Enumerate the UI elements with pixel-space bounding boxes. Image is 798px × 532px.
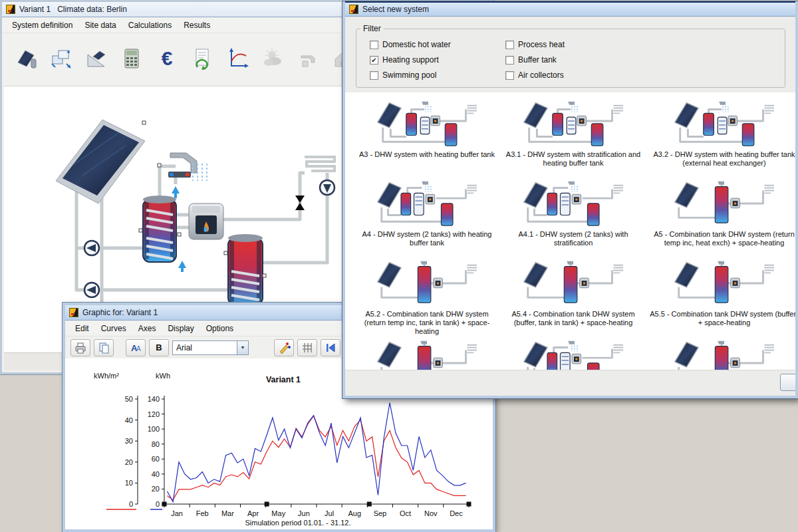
dimension-button[interactable] xyxy=(82,43,111,74)
system-card-a5-2[interactable]: A5.2 - Combination tank DHW system (retu… xyxy=(354,256,499,336)
svg-text:Jun: Jun xyxy=(298,509,310,517)
checkbox-box[interactable] xyxy=(370,71,378,80)
graphic-menu-axes[interactable]: Axes xyxy=(134,322,161,335)
tsol-logo-icon xyxy=(6,5,15,14)
main-menu-system-definition[interactable]: System definition xyxy=(7,19,77,32)
svg-text:Nov: Nov xyxy=(424,509,438,517)
system-card-a5-4[interactable]: A5.4 - Combination tank DHW system (buff… xyxy=(501,256,646,327)
nav-first-button[interactable] xyxy=(321,339,340,356)
graphic-menu-display[interactable]: Display xyxy=(163,322,198,335)
system-label: A4.1 - DHW system (2 tanks) with stratif… xyxy=(501,230,646,247)
print-button[interactable] xyxy=(70,339,90,356)
grid-button[interactable] xyxy=(297,339,317,356)
checkbox-swimming-pool[interactable]: Swimming pool xyxy=(370,70,451,80)
tsol-logo-icon xyxy=(349,5,358,14)
svg-text:0: 0 xyxy=(129,500,133,508)
svg-text:A: A xyxy=(136,345,141,352)
svg-text:20: 20 xyxy=(152,485,160,493)
chart-axes-button[interactable] xyxy=(223,43,252,74)
svg-text:140: 140 xyxy=(148,395,160,403)
boiler xyxy=(189,203,223,239)
variants-button[interactable] xyxy=(47,43,76,74)
checkbox-box[interactable] xyxy=(505,56,514,65)
svg-text:Variant 1: Variant 1 xyxy=(266,375,301,384)
svg-text:May: May xyxy=(271,509,285,517)
radiator xyxy=(305,157,334,171)
svg-text:50: 50 xyxy=(125,395,133,403)
checkbox-buffer-tank[interactable]: Buffer tank xyxy=(505,55,565,65)
system-label: A4 - DHW system (2 tanks) with heating b… xyxy=(354,230,499,247)
system-card-item[interactable] xyxy=(354,336,499,370)
svg-text:0: 0 xyxy=(156,500,160,508)
system-card-a3[interactable]: A3 - DHW system with heating buffer tank xyxy=(354,96,499,159)
checkbox-label: Air collectors xyxy=(518,70,564,80)
checkbox-box[interactable] xyxy=(505,41,514,49)
graphic-menu-options[interactable]: Options xyxy=(201,322,238,335)
dialog-title: Select new system xyxy=(362,5,429,14)
checkbox-air-collectors[interactable]: Air collectors xyxy=(505,70,565,80)
pump-1 xyxy=(84,241,99,255)
valve-1 xyxy=(295,196,305,210)
svg-text:kWh: kWh xyxy=(156,372,170,380)
checkbox-heating-support[interactable]: ✔Heating support xyxy=(370,55,451,65)
shower xyxy=(168,153,207,198)
system-label: A5.2 - Combination tank DHW system (retu… xyxy=(354,310,499,336)
svg-text:80: 80 xyxy=(152,440,160,448)
main-menu-calculations[interactable]: Calculations xyxy=(124,19,176,32)
main-window-title: Variant 1 Climate data: Berlin xyxy=(19,5,127,14)
dialog-bottom-bar xyxy=(345,370,795,394)
graphic-menu-edit[interactable]: Edit xyxy=(70,322,94,335)
system-card-a5[interactable]: A5 - Combination tank DHW system (return… xyxy=(647,176,795,247)
svg-text:Mar: Mar xyxy=(221,509,234,517)
svg-text:Simulation period 01.01. - 31.: Simulation period 01.01. - 31.12. xyxy=(245,519,351,527)
svg-text:40: 40 xyxy=(125,416,133,424)
checkbox-box[interactable] xyxy=(505,71,514,80)
svg-text:20: 20 xyxy=(125,458,133,466)
svg-text:Aug: Aug xyxy=(348,509,361,517)
pipes xyxy=(76,166,327,321)
edit-curves-button[interactable] xyxy=(274,339,294,356)
system-label: A3 - DHW system with heating buffer tank xyxy=(354,150,499,159)
chevron-down-icon[interactable]: ▼ xyxy=(237,341,248,354)
svg-text:10: 10 xyxy=(125,479,133,487)
checkbox-label: Process heat xyxy=(518,40,565,49)
systems-list: A3 - DHW system with heating buffer tank… xyxy=(345,92,795,370)
select-system-dialog: Select new system Filter Domestic hot wa… xyxy=(342,1,798,398)
svg-text:60: 60 xyxy=(152,455,160,463)
bold-button[interactable]: B xyxy=(149,339,169,356)
system-card-a4-1[interactable]: A4.1 - DHW system (2 tanks) with stratif… xyxy=(501,176,646,247)
system-card-item[interactable] xyxy=(501,336,646,370)
checkbox-box[interactable] xyxy=(370,41,378,49)
graphic-window-title: Graphic for: Variant 1 xyxy=(82,308,158,317)
report-button[interactable] xyxy=(188,43,217,74)
checkbox-domestic-hot-water[interactable]: Domestic hot water xyxy=(370,40,451,49)
system-card-item[interactable] xyxy=(647,336,795,370)
collector-button[interactable] xyxy=(11,43,41,74)
font-button[interactable]: AA xyxy=(126,339,146,356)
checkbox-process-heat[interactable]: Process heat xyxy=(505,40,565,49)
system-card-a4[interactable]: A4 - DHW system (2 tanks) with heating b… xyxy=(354,176,499,247)
economy-button[interactable]: € xyxy=(152,43,182,74)
dialog-button-partial[interactable] xyxy=(780,374,798,391)
main-menu-results[interactable]: Results xyxy=(179,19,215,32)
svg-text:100: 100 xyxy=(148,425,160,433)
copy-button[interactable] xyxy=(94,339,114,356)
tsol-logo-icon xyxy=(69,308,78,317)
main-menu-site-data[interactable]: Site data xyxy=(80,19,120,32)
checkbox-label: Domestic hot water xyxy=(382,40,451,49)
hot-water-button[interactable] xyxy=(293,43,323,74)
system-card-a3-1[interactable]: A3.1 - DHW system with stratification an… xyxy=(501,96,646,168)
calculator-button[interactable] xyxy=(117,43,146,74)
svg-text:Oct: Oct xyxy=(400,509,411,517)
svg-text:Feb: Feb xyxy=(196,509,209,517)
system-card-a3-2[interactable]: A3.2 - DHW system with heating buffer ta… xyxy=(647,96,795,168)
svg-text:Dec: Dec xyxy=(450,509,463,517)
svg-text:kWh/m²: kWh/m² xyxy=(94,372,119,380)
system-card-a5-5[interactable]: A5.5 - Combination tank DHW system (buff… xyxy=(647,256,795,327)
dialog-titlebar[interactable]: Select new system xyxy=(345,1,795,17)
svg-text:Sep: Sep xyxy=(374,509,387,517)
weather-button[interactable] xyxy=(258,43,287,74)
graphic-menu-curves[interactable]: Curves xyxy=(96,322,131,335)
checkbox-box[interactable]: ✔ xyxy=(370,56,378,65)
font-select[interactable]: Arial ▼ xyxy=(172,340,249,355)
